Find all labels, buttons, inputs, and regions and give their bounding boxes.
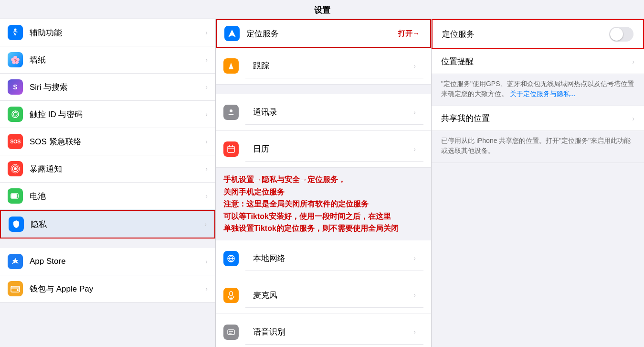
svg-text:A: A [12, 260, 15, 265]
right-location-services-row[interactable]: 定位服务 [432, 19, 644, 49]
chevron-microphone: › [406, 283, 423, 308]
annotation-line5: 单独设置Tiktok的定位服务，则不需要使用全局关闭 [223, 224, 399, 232]
svg-point-2 [13, 112, 17, 116]
appstore-icon: A [8, 254, 23, 269]
calendar-label: 日历 [245, 137, 406, 162]
middle-separator1 [216, 85, 431, 94]
touchid-icon [8, 107, 23, 122]
wallet-icon [8, 281, 23, 296]
localnetwork-icon [223, 251, 239, 266]
microphone-icon [223, 288, 239, 303]
svg-rect-11 [11, 287, 20, 289]
sidebar-item-wallet[interactable]: 钱包与 Apple Pay › [0, 275, 215, 303]
svg-rect-10 [11, 286, 20, 292]
chevron-wallpaper: › [205, 56, 208, 64]
sos-icon: SOS [8, 134, 23, 149]
wallpaper-icon: 🌸 [8, 52, 23, 67]
annotation-line1: 手机设置→隐私与安全→定位服务， [223, 175, 346, 184]
annotation-text: 手机设置→隐私与安全→定位服务， 关闭手机定位服务 注意：这里是全局关闭所有软件… [223, 174, 423, 235]
speech-label: 语音识别 [245, 320, 406, 345]
calendar-icon [223, 141, 239, 157]
sidebar-label-wallpaper: 墙纸 [30, 54, 205, 65]
chevron-accessibility: › [205, 29, 208, 36]
sidebar-item-touchid[interactable]: 触控 ID 与密码 › [0, 101, 215, 128]
middle-item-calendar[interactable]: 日历 › [216, 131, 431, 168]
chevron-localnetwork: › [406, 246, 423, 271]
open-arrow-label: 打开→ [398, 29, 420, 38]
sidebar-label-siri: Siri 与搜索 [30, 82, 205, 93]
svg-rect-14 [228, 146, 234, 152]
right-share-label: 共享我的位置 [441, 113, 632, 124]
svg-rect-22 [228, 330, 234, 335]
svg-point-0 [14, 29, 17, 31]
sidebar-item-wallpaper[interactable]: 🌸 墙纸 › [0, 46, 215, 74]
svg-rect-8 [12, 195, 17, 198]
middle-item-speech[interactable]: 语音识别 › [216, 314, 431, 347]
chevron-share: › [632, 115, 634, 122]
middle-column: 定位服务 打开→ 跟踪 › 通讯录 › 日历 [216, 19, 432, 347]
location-toggle[interactable] [609, 27, 633, 42]
sidebar-item-siri[interactable]: S Siri 与搜索 › [0, 74, 215, 101]
toggle-knob [610, 28, 623, 41]
chevron-sos: › [205, 138, 208, 145]
sidebar-label-sos: SOS 紧急联络 [30, 136, 205, 147]
sidebar-item-sos[interactable]: SOS SOS 紧急联络 › [0, 128, 215, 155]
sidebar-label-appstore: App Store [30, 257, 205, 266]
sidebar-item-privacy[interactable]: 隐私 › [0, 210, 215, 239]
location-desc-link[interactable]: 关于定位服务与隐私... [510, 90, 576, 98]
sidebar-label-battery: 电池 [30, 191, 205, 202]
right-location-reminder-row[interactable]: 位置提醒 › [432, 49, 644, 74]
sidebar-item-appstore[interactable]: A App Store › [0, 248, 215, 275]
chevron-speech: › [406, 320, 423, 345]
chevron-calendar: › [406, 137, 423, 162]
battery-icon [8, 188, 23, 204]
annotation-note: 这里是全局关闭所有软件的定位服务 [246, 200, 369, 208]
middle-item-location[interactable]: 定位服务 打开→ [216, 19, 431, 48]
svg-rect-19 [230, 292, 232, 296]
tracking-icon [223, 58, 239, 74]
sidebar-label-accessibility: 辅助功能 [30, 27, 205, 38]
share-desc-text: 已停用从此 iPhone 共享您的位置。打开"定位服务"来启用此功能或选取其他设… [441, 137, 631, 154]
svg-point-4 [14, 167, 17, 170]
microphone-label: 麦克风 [245, 283, 406, 308]
chevron-tracking: › [406, 54, 423, 78]
middle-item-localnetwork[interactable]: 本地网络 › [216, 240, 431, 277]
right-location-reminder-label: 位置提醒 [441, 56, 632, 67]
middle-item-microphone[interactable]: 麦克风 › [216, 277, 431, 314]
sidebar-label-touchid: 触控 ID 与密码 [30, 109, 205, 120]
exposure-icon [8, 161, 23, 176]
main-layout: 辅助功能 › 🌸 墙纸 › S Siri 与搜索 › 触控 ID 与密码 › [0, 19, 644, 347]
sidebar-label-privacy: 隐私 [31, 219, 204, 230]
chevron-battery: › [205, 192, 208, 200]
middle-item-contacts[interactable]: 通讯录 › [216, 94, 431, 131]
svg-point-12 [17, 289, 19, 291]
annotation-line4: 可以等Tiktok安装好，使用一段时间之后，在这里 [223, 212, 391, 220]
page-title: 设置 [0, 0, 644, 19]
chevron-wallet: › [205, 285, 208, 293]
contacts-label: 通讯录 [245, 100, 406, 125]
share-description: 已停用从此 iPhone 共享您的位置。打开"定位服务"来启用此功能或选取其他设… [432, 131, 644, 163]
chevron-exposure: › [205, 165, 208, 173]
sidebar-label-exposure: 暴露通知 [30, 163, 205, 174]
location-services-icon [224, 26, 240, 41]
sidebar-item-exposure[interactable]: 暴露通知 › [0, 155, 215, 183]
location-services-label: 定位服务 [246, 28, 395, 39]
siri-icon: S [8, 79, 23, 95]
sidebar-separator [0, 239, 215, 248]
sidebar-item-battery[interactable]: 电池 › [0, 183, 215, 210]
chevron-siri: › [205, 83, 208, 91]
annotation-line2: 关闭手机定位服务 [223, 188, 285, 196]
chevron-location-reminder: › [632, 58, 634, 65]
localnetwork-label: 本地网络 [245, 246, 406, 271]
annotation-area: 手机设置→隐私与安全→定位服务， 关闭手机定位服务 注意：这里是全局关闭所有软件… [216, 168, 431, 240]
right-column: 定位服务 位置提醒 › "定位服务"使用GPS、蓝牙和众包无线局域网热点以及信号… [432, 19, 644, 347]
chevron-appstore: › [205, 258, 208, 265]
tracking-label: 跟踪 [245, 54, 406, 78]
svg-point-13 [230, 109, 232, 112]
right-share-location-row[interactable]: 共享我的位置 › [432, 106, 644, 131]
privacy-icon [9, 217, 24, 232]
sidebar-item-accessibility[interactable]: 辅助功能 › [0, 19, 215, 46]
chevron-touchid: › [205, 110, 208, 118]
middle-item-tracking[interactable]: 跟踪 › [216, 48, 431, 85]
sidebar: 辅助功能 › 🌸 墙纸 › S Siri 与搜索 › 触控 ID 与密码 › [0, 19, 216, 347]
